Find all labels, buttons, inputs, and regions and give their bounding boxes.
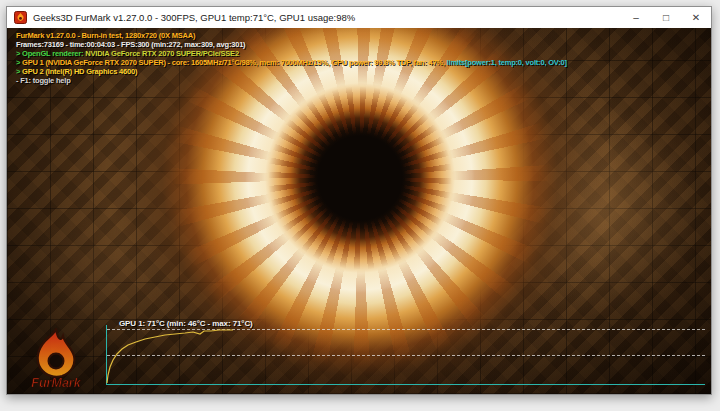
osd-overlay: FurMark v1.27.0.0 - Burn-in test, 1280x7…: [16, 32, 567, 85]
osd-renderer-marker: >: [16, 49, 20, 58]
temp-graph-label: GPU 1: 71°C (min: 46°C - max: 71°C): [119, 319, 253, 328]
close-button[interactable]: ✕: [681, 7, 711, 28]
furmark-logo: FurMark: [27, 328, 85, 390]
temp-curve: [107, 330, 233, 383]
furmark-app-icon: [14, 11, 27, 24]
window-title: Geeks3D FurMark v1.27.0.0 - 300FPS, GPU1…: [33, 12, 355, 23]
furmark-logo-text: FurMark: [31, 376, 81, 390]
graph-canvas: [107, 325, 705, 384]
window-controls: – □ ✕: [621, 7, 711, 28]
minimize-button[interactable]: –: [621, 7, 651, 28]
furmark-window: Geeks3D FurMark v1.27.0.0 - 300FPS, GPU1…: [6, 6, 712, 395]
osd-gpu1-stats: GPU 1 (NVIDIA GeForce RTX 2070 SUPER) - …: [22, 58, 445, 67]
osd-gpu1-limits: limits[power:1, temp:0, volt:0, OV:0]: [447, 58, 567, 67]
gpu-temp-graph: GPU 1: 71°C (min: 46°C - max: 71°C): [106, 325, 705, 385]
maximize-button[interactable]: □: [651, 7, 681, 28]
osd-help-line: - F1: toggle help: [16, 77, 567, 86]
furmark-logo-flame: [38, 329, 75, 377]
osd-gpu2-name: GPU 2 (Intel(R) HD Graphics 4600): [22, 67, 137, 76]
osd-renderer-value: NVIDIA GeForce RTX 2070 SUPER/PCIe/SSE2: [85, 49, 239, 58]
osd-gpu2-line: > GPU 2 (Intel(R) HD Graphics 4600): [16, 68, 567, 77]
osd-renderer-label: OpenGL renderer:: [22, 49, 83, 58]
osd-gpu1-marker: >: [16, 58, 20, 67]
osd-gpu2-marker: >: [16, 67, 20, 76]
render-viewport: FurMark v1.27.0.0 - Burn-in test, 1280x7…: [7, 28, 711, 394]
title-bar: Geeks3D FurMark v1.27.0.0 - 300FPS, GPU1…: [7, 7, 711, 28]
